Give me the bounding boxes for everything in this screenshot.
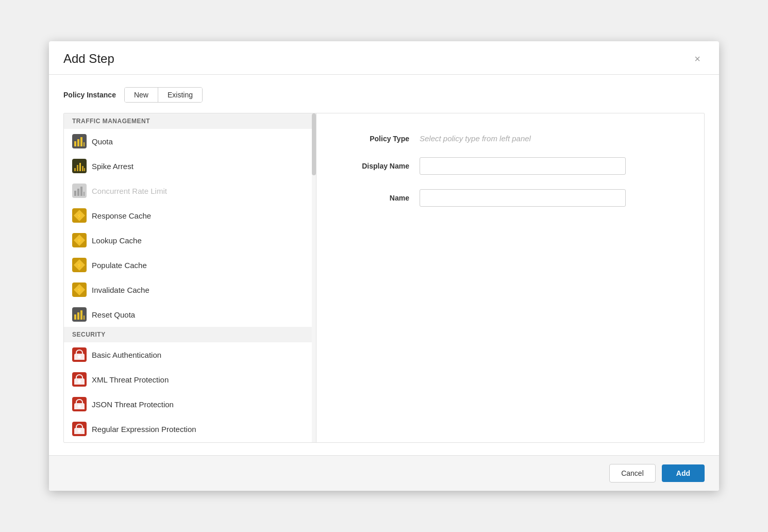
display-name-label: Display Name [347,162,409,170]
response-cache-icon: ⚡ [72,208,87,223]
scrollbar-track[interactable] [312,113,316,442]
list-item[interactable]: ⚡ Lookup Cache [64,228,316,253]
svg-point-34 [78,355,81,358]
quota-icon [72,134,87,148]
svg-rect-2 [77,139,79,146]
policy-type-label: Policy Type [347,135,409,143]
svg-rect-6 [74,168,76,171]
close-button[interactable]: × [690,52,705,66]
cancel-button[interactable]: Cancel [609,464,656,483]
json-threat-icon [72,397,87,411]
svg-rect-3 [80,137,82,146]
list-item[interactable]: Spike Arrest [64,154,316,178]
svg-rect-9 [82,166,84,171]
list-item[interactable]: Reset Quota [64,302,316,327]
svg-text:⚡: ⚡ [76,237,83,244]
display-name-input[interactable] [420,157,626,175]
invalidate-cache-icon: ⚡ [72,282,87,297]
scrollbar-thumb[interactable] [312,113,316,175]
display-name-row: Display Name [347,157,673,175]
list-item[interactable]: ⚡ Populate Cache [64,253,316,277]
list-item[interactable]: XML Threat Protection [64,367,316,392]
spike-arrest-icon [72,159,87,173]
policy-instance-row: Policy Instance New Existing [63,87,705,103]
list-item[interactable]: Quota [64,129,316,154]
svg-rect-13 [77,189,79,196]
svg-rect-32 [84,315,85,320]
list-item[interactable]: Basic Authentication [64,342,316,367]
regex-protection-icon [72,422,87,436]
svg-point-36 [78,380,81,383]
left-panel: TRAFFIC MANAGEMENT Quota [64,113,316,442]
svg-text:⚡: ⚡ [76,287,83,293]
populate-cache-icon: ⚡ [72,258,87,272]
svg-point-38 [78,405,81,408]
list-item: Concurrent Rate Limit [64,178,316,203]
svg-rect-12 [74,191,76,196]
svg-rect-1 [74,141,76,146]
svg-rect-31 [80,310,82,320]
policy-instance-label: Policy Instance [63,91,116,99]
category-traffic-management: TRAFFIC MANAGEMENT [64,113,316,129]
lookup-cache-icon: ⚡ [72,233,87,247]
list-item[interactable]: ⚡ Invalidate Cache [64,277,316,302]
right-panel: Policy Type Select policy type from left… [316,113,704,442]
add-step-dialog: Add Step × Policy Instance New Existing … [49,41,719,491]
existing-toggle-button[interactable]: Existing [158,88,202,102]
name-row: Name [347,189,673,207]
list-item[interactable]: ⚡ Response Cache [64,203,316,228]
xml-threat-icon [72,372,87,387]
dialog-title: Add Step [63,52,114,66]
basic-auth-icon [72,347,87,362]
dialog-header: Add Step × [49,41,719,75]
svg-rect-7 [77,165,78,171]
svg-text:⚡: ⚡ [76,212,83,219]
add-button[interactable]: Add [662,464,705,482]
list-item[interactable]: JSON Threat Protection [64,392,316,417]
svg-rect-30 [77,312,79,320]
dialog-footer: Cancel Add [49,455,719,491]
policy-type-row: Policy Type Select policy type from left… [347,134,673,143]
svg-rect-14 [80,187,82,196]
concurrent-rate-limit-icon [72,184,87,198]
svg-text:⚡: ⚡ [76,262,83,269]
svg-rect-10 [84,168,85,171]
svg-rect-15 [84,192,85,196]
new-toggle-button[interactable]: New [125,88,158,102]
content-area: TRAFFIC MANAGEMENT Quota [63,113,705,443]
svg-rect-29 [74,314,76,320]
reset-quota-icon [72,307,87,322]
policy-type-placeholder: Select policy type from left panel [420,134,531,143]
svg-rect-4 [84,142,85,146]
list-item[interactable]: Regular Expression Protection [64,417,316,441]
name-label: Name [347,194,409,202]
svg-point-40 [78,429,81,433]
dialog-body: Policy Instance New Existing TRAFFIC MAN… [49,75,719,455]
policy-instance-toggle-group: New Existing [124,87,203,103]
name-input[interactable] [420,189,626,207]
category-security: SECURITY [64,327,316,342]
svg-rect-8 [79,163,81,171]
